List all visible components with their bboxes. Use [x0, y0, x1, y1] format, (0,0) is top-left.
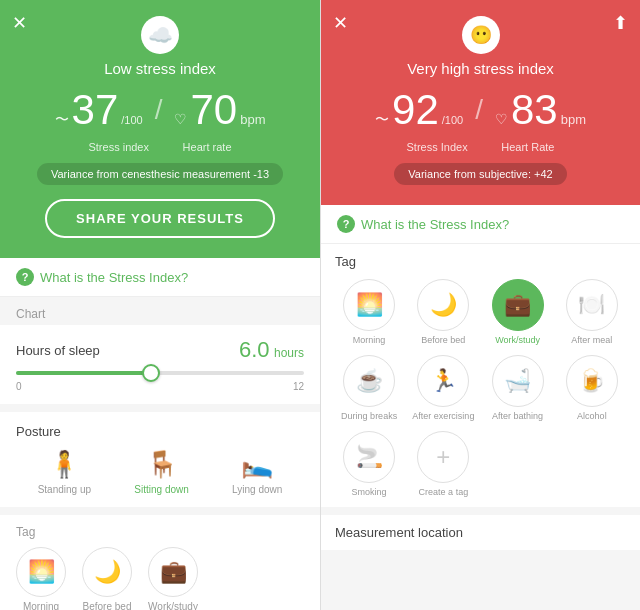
stress-metric: 〜 37 /100 [55, 89, 143, 131]
heart-icon: ♡ [174, 111, 187, 127]
slider-max-label: 12 [293, 381, 304, 392]
share-results-button[interactable]: SHARE YOUR RESULTS [45, 199, 275, 238]
slider-min-label: 0 [16, 381, 22, 392]
tag-workstudy-left[interactable]: 💼 Work/study [148, 547, 198, 610]
left-info-link[interactable]: ? What is the Stress Index? [0, 258, 320, 297]
right-heart-caption: Heart Rate [501, 141, 554, 153]
posture-label: Posture [16, 424, 304, 439]
right-stress-caption: Stress Index [407, 141, 468, 153]
tag-morning-left[interactable]: 🌅 Morning [16, 547, 66, 610]
chart-section: Hours of sleep 6.0 hours 0 12 [0, 325, 320, 404]
posture-lying[interactable]: 🛌 Lying down [232, 449, 282, 495]
tag-morning-icon: 🌅 [16, 547, 66, 597]
tag-bathing-right-icon: 🛁 [492, 355, 544, 407]
right-stress-metric: 〜 92 /100 [375, 89, 463, 131]
tag-workstudy-icon: 💼 [148, 547, 198, 597]
right-info-link[interactable]: ? What is the Stress Index? [321, 205, 640, 244]
tag-beforebed-right-label: Before bed [421, 335, 465, 345]
heart-sub: bpm [240, 112, 265, 127]
tag-morning-right[interactable]: 🌅 Morning [335, 279, 403, 345]
left-stress-level-label: Low stress index [16, 60, 304, 77]
left-avatar-container: ☁️ [16, 16, 304, 54]
tag-beforebed-icon: 🌙 [82, 547, 132, 597]
sitting-label: Sitting down [134, 484, 188, 495]
tag-aftermeal-right[interactable]: 🍽️ After meal [558, 279, 626, 345]
tag-beforebed-label: Before bed [83, 601, 132, 610]
tag-beforebed-right-icon: 🌙 [417, 279, 469, 331]
right-info-icon: ? [337, 215, 355, 233]
tag-alcohol-right-label: Alcohol [577, 411, 607, 421]
tag-workstudy-right-label: Work/study [495, 335, 540, 345]
right-avatar-container: 😶 [337, 16, 624, 54]
tag-breaks-right-label: During breaks [341, 411, 397, 421]
tag-smoking-right[interactable]: 🚬 Smoking [335, 431, 403, 497]
right-close-button[interactable]: ✕ [333, 12, 348, 34]
tag-bathing-right[interactable]: 🛁 After bathing [484, 355, 552, 421]
tag-exercise-right[interactable]: 🏃 After exercising [409, 355, 477, 421]
right-info-link-text: What is the Stress Index? [361, 217, 509, 232]
right-stress-value: 92 [392, 89, 439, 131]
tag-breaks-right[interactable]: ☕ During breaks [335, 355, 403, 421]
tag-bathing-right-label: After bathing [492, 411, 543, 421]
measurement-section: Measurement location [321, 515, 640, 550]
tag-create-right-label: Create a tag [419, 487, 469, 497]
sitting-icon: 🪑 [146, 449, 178, 480]
posture-sitting[interactable]: 🪑 Sitting down [134, 449, 188, 495]
tag-exercise-right-label: After exercising [412, 411, 474, 421]
sleep-slider[interactable] [16, 371, 304, 375]
tag-workstudy-label: Work/study [148, 601, 198, 610]
posture-section: Posture 🧍 Standing up 🪑 Sitting down 🛌 L… [0, 412, 320, 507]
right-heart-metric: ♡ 83 bpm [495, 89, 586, 131]
sleep-value-container: 6.0 hours [239, 337, 304, 363]
lying-label: Lying down [232, 484, 282, 495]
tag-alcohol-right-icon: 🍺 [566, 355, 618, 407]
tag-workstudy-right[interactable]: 💼 Work/study [484, 279, 552, 345]
standing-label: Standing up [38, 484, 91, 495]
stress-caption: Stress index [88, 141, 149, 153]
measurement-title: Measurement location [335, 525, 626, 540]
right-stress-out-of: /100 [442, 114, 463, 126]
standing-icon: 🧍 [48, 449, 80, 480]
sleep-label: Hours of sleep [16, 343, 100, 358]
left-tag-section: Tag 🌅 Morning 🌙 Before bed 💼 Work/study [0, 515, 320, 610]
posture-standing[interactable]: 🧍 Standing up [38, 449, 91, 495]
tag-beforebed-right[interactable]: 🌙 Before bed [409, 279, 477, 345]
left-info-icon: ? [16, 268, 34, 286]
left-header: ✕ ☁️ Low stress index 〜 37 /100 / ♡ 70 b… [0, 0, 320, 258]
right-stress-sub: /100 [442, 114, 463, 126]
left-tag-grid: 🌅 Morning 🌙 Before bed 💼 Work/study [16, 547, 304, 610]
tag-create-right[interactable]: + Create a tag [409, 431, 477, 497]
right-stress-level-label: Very high stress index [337, 60, 624, 77]
right-metrics-row: 〜 92 /100 / ♡ 83 bpm [337, 89, 624, 131]
left-avatar: ☁️ [141, 16, 179, 54]
slider-track [16, 371, 304, 375]
left-tag-label: Tag [16, 525, 304, 539]
metrics-divider: / [155, 94, 163, 126]
left-close-button[interactable]: ✕ [12, 12, 27, 34]
right-tag-title: Tag [335, 254, 626, 269]
right-share-button[interactable]: ⬆ [613, 12, 628, 34]
slider-thumb[interactable] [142, 364, 160, 382]
heart-unit: bpm [240, 112, 265, 127]
right-heart-icon: ♡ [495, 111, 508, 127]
sleep-value: 6.0 [239, 337, 270, 362]
right-metric-captions: Stress Index Heart Rate [337, 141, 624, 153]
chart-section-label: Chart [0, 297, 320, 325]
heart-caption: Heart rate [183, 141, 232, 153]
tag-aftermeal-right-label: After meal [571, 335, 612, 345]
tag-alcohol-right[interactable]: 🍺 Alcohol [558, 355, 626, 421]
stress-out-of: /100 [121, 114, 142, 126]
tag-smoking-right-label: Smoking [352, 487, 387, 497]
tag-workstudy-right-icon: 💼 [492, 279, 544, 331]
right-avatar: 😶 [462, 16, 500, 54]
right-heart-value: 83 [511, 89, 558, 131]
sleep-unit: hours [274, 346, 304, 360]
tag-beforebed-left[interactable]: 🌙 Before bed [82, 547, 132, 610]
right-variance-pill: Variance from subjective: +42 [394, 163, 566, 185]
right-panel: ✕ ⬆ 😶 Very high stress index 〜 92 /100 /… [320, 0, 640, 610]
left-variance-pill: Variance from cenesthesic measurement -1… [37, 163, 283, 185]
slider-labels: 0 12 [16, 381, 304, 392]
left-metric-captions: Stress index Heart rate [16, 141, 304, 153]
left-panel: ✕ ☁️ Low stress index 〜 37 /100 / ♡ 70 b… [0, 0, 320, 610]
tag-add-icon: + [417, 431, 469, 483]
